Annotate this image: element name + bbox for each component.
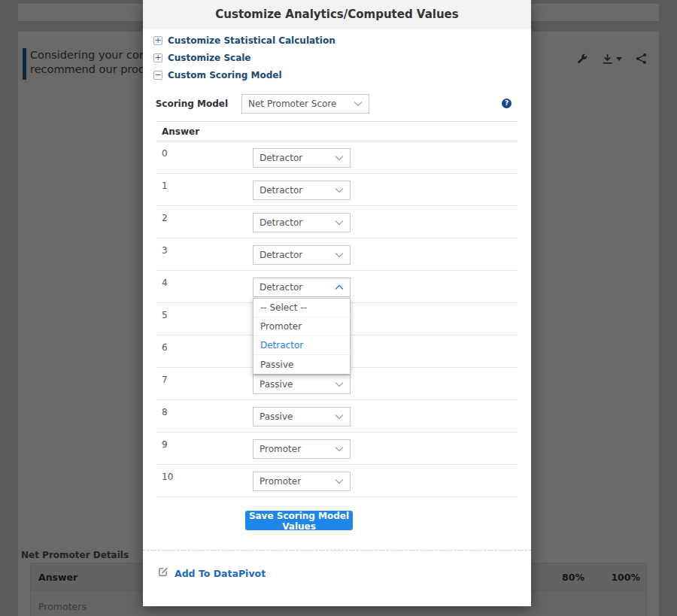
answer-row: 2Detractor: [156, 206, 518, 238]
section-label: Customize Statistical Calculation: [168, 35, 335, 46]
answer-label: 7: [162, 375, 168, 385]
answer-label: 9: [162, 439, 168, 450]
answer-select-value: Detractor: [260, 282, 335, 293]
section-custom-scoring-model[interactable]: − Custom Scoring Model: [153, 70, 282, 80]
answer-select-value: Detractor: [260, 217, 335, 228]
answer-label: 5: [162, 310, 168, 320]
answer-select-value: Promoter: [260, 476, 335, 487]
chevron-down-icon: [335, 478, 344, 484]
chevron-down-icon: [335, 446, 344, 452]
answer-select[interactable]: Detractor: [253, 245, 351, 265]
chevron-down-icon: [335, 252, 344, 258]
answer-row: 1Detractor: [156, 174, 518, 206]
modal-title: Customize Analytics/Computed Values: [143, 0, 531, 29]
answers-table: Answer 0Detractor1Detractor2Detractor3De…: [156, 121, 518, 497]
scoring-model-label: Scoring Model: [153, 99, 228, 109]
answers-table-header: Answer: [156, 121, 518, 141]
answer-row: 4Detractor-- Select --PromoterDetractorP…: [156, 271, 518, 303]
answer-select[interactable]: Promoter: [253, 472, 351, 491]
chevron-down-icon: [335, 187, 344, 193]
scoring-model-select[interactable]: Net Promoter Score: [241, 94, 369, 114]
answer-row: 0Detractor: [156, 141, 518, 174]
answer-label: 2: [162, 213, 168, 223]
answer-select[interactable]: Detractor: [253, 278, 351, 297]
answer-select[interactable]: Detractor: [253, 181, 351, 200]
chevron-down-icon: [335, 381, 344, 387]
section-label: Custom Scoring Model: [168, 70, 282, 80]
answer-select-value: Detractor: [260, 250, 335, 260]
add-to-datapivot-label: Add To DataPivot: [175, 568, 266, 579]
answer-label: 1: [162, 181, 168, 191]
add-to-datapivot-link[interactable]: Add To DataPivot: [157, 566, 266, 581]
dropdown-option[interactable]: -- Select --: [253, 299, 350, 317]
expand-plus-icon: +: [153, 53, 162, 62]
expand-plus-icon: +: [153, 36, 162, 45]
answer-label: 3: [162, 245, 168, 256]
customize-analytics-modal: Customize Analytics/Computed Values + Cu…: [143, 0, 531, 606]
answer-select[interactable]: Detractor: [253, 148, 351, 168]
save-scoring-model-button[interactable]: Save Scoring Model Values: [245, 511, 353, 530]
answer-select[interactable]: Passive: [253, 407, 351, 426]
answer-row: 9Promoter: [156, 432, 518, 465]
dropdown-option[interactable]: Passive: [253, 355, 350, 374]
answer-row: 8Passive: [156, 400, 518, 432]
scoring-model-value: Net Promoter Score: [248, 99, 354, 109]
answer-select[interactable]: Detractor: [253, 213, 351, 232]
answer-select[interactable]: Promoter: [253, 439, 351, 459]
answer-row: 3Detractor: [156, 238, 518, 271]
chevron-down-icon: [354, 101, 363, 107]
chevron-down-icon: [335, 155, 344, 161]
section-customize-statistical-calculation[interactable]: + Customize Statistical Calculation: [153, 35, 335, 46]
chevron-down-icon: [335, 220, 344, 226]
answer-label: 8: [162, 407, 168, 417]
chevron-down-icon: [335, 414, 344, 420]
edit-pencil-square-icon: [157, 566, 168, 581]
collapse-minus-icon: −: [153, 71, 162, 80]
answer-select-value: Detractor: [260, 185, 335, 196]
answer-select-value: Detractor: [260, 153, 335, 163]
chevron-up-icon: [335, 284, 344, 290]
section-label: Customize Scale: [168, 53, 251, 63]
help-question-icon[interactable]: ?: [502, 99, 512, 108]
select-dropdown-list: -- Select --PromoterDetractorPassive: [253, 298, 351, 375]
answer-select-value: Passive: [260, 411, 335, 422]
screen: Considering your com recommend our produ…: [0, 0, 677, 616]
answer-select[interactable]: Passive: [253, 375, 351, 394]
dropdown-option[interactable]: Promoter: [253, 317, 350, 336]
answer-select-value: Passive: [260, 379, 335, 390]
dashed-divider: [143, 550, 531, 551]
answer-label: 10: [162, 472, 173, 482]
answer-row: 10Promoter: [156, 465, 518, 497]
dropdown-option[interactable]: Detractor: [253, 336, 350, 355]
answer-select-value: Promoter: [260, 444, 335, 454]
answer-label: 4: [162, 278, 168, 288]
answer-label: 6: [162, 342, 168, 353]
section-customize-scale[interactable]: + Customize Scale: [153, 53, 251, 63]
answer-label: 0: [162, 148, 168, 159]
